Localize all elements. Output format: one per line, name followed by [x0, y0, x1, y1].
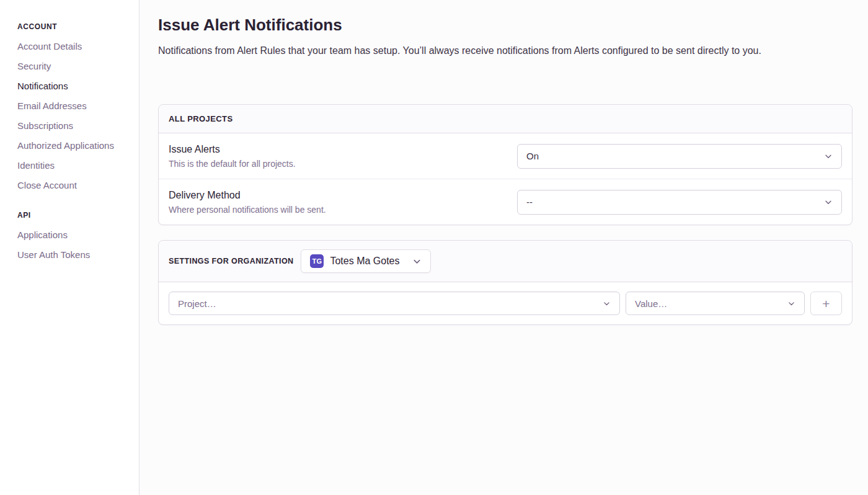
- delivery-method-select-value: --: [526, 197, 533, 207]
- chevron-down-icon: [412, 257, 422, 266]
- sidebar-item-subscriptions[interactable]: Subscriptions: [17, 120, 126, 132]
- page-title: Issue Alert Notifications: [158, 15, 852, 35]
- app-root: Account Account Details Security Notific…: [0, 0, 868, 495]
- sidebar-section-account: Account Account Details Security Notific…: [17, 22, 126, 191]
- organization-panel: Settings for Organization TG Totes Ma Go…: [158, 240, 852, 325]
- delivery-method-select[interactable]: --: [517, 190, 842, 215]
- sidebar-section-api: API Applications User Auth Tokens: [17, 211, 126, 261]
- project-select-placeholder: Project…: [178, 298, 216, 309]
- main-content: Issue Alert Notifications Notifications …: [140, 0, 868, 495]
- sidebar-heading-account: Account: [17, 22, 126, 31]
- issue-alerts-label: Issue Alerts: [169, 143, 296, 155]
- chevron-down-icon: [824, 198, 833, 207]
- project-select[interactable]: Project…: [169, 292, 620, 315]
- sidebar-item-account-details[interactable]: Account Details: [17, 41, 126, 52]
- value-select-placeholder: Value…: [635, 298, 667, 309]
- issue-alerts-row: Issue Alerts This is the default for all…: [159, 133, 852, 179]
- organization-name: Totes Ma Gotes: [330, 256, 405, 267]
- delivery-method-row: Delivery Method Where personal notificat…: [159, 179, 852, 225]
- organization-panel-header-label: Settings for Organization: [169, 257, 293, 265]
- issue-alerts-info: Issue Alerts This is the default for all…: [169, 143, 296, 169]
- sidebar-item-identities[interactable]: Identities: [17, 160, 126, 171]
- sidebar-item-authorized-applications[interactable]: Authorized Applications: [17, 140, 126, 151]
- issue-alerts-select[interactable]: On: [517, 144, 842, 169]
- delivery-method-label: Delivery Method: [169, 189, 326, 201]
- organization-panel-header: Settings for Organization TG Totes Ma Go…: [159, 241, 852, 282]
- page-description: Notifications from Alert Rules that your…: [158, 44, 852, 57]
- sidebar-item-close-account[interactable]: Close Account: [17, 180, 126, 191]
- chevron-down-icon: [787, 300, 795, 308]
- chevron-down-icon: [824, 152, 833, 161]
- issue-alerts-select-value: On: [526, 151, 539, 161]
- settings-sidebar: Account Account Details Security Notific…: [0, 0, 140, 495]
- sidebar-item-applications[interactable]: Applications: [17, 230, 126, 241]
- sidebar-item-security[interactable]: Security: [17, 61, 126, 72]
- sidebar-item-email-addresses[interactable]: Email Addresses: [17, 100, 126, 112]
- organization-selector[interactable]: TG Totes Ma Gotes: [301, 249, 431, 273]
- organization-avatar: TG: [310, 254, 324, 268]
- sidebar-list-account: Account Details Security Notifications E…: [17, 41, 126, 191]
- all-projects-panel: All Projects Issue Alerts This is the de…: [158, 104, 852, 225]
- add-rule-button[interactable]: +: [810, 292, 842, 315]
- issue-alerts-help: This is the default for all projects.: [169, 159, 296, 169]
- value-select[interactable]: Value…: [626, 292, 805, 315]
- delivery-method-info: Delivery Method Where personal notificat…: [169, 189, 326, 215]
- fine-tune-row: Project… Value… +: [159, 282, 852, 324]
- plus-icon: +: [822, 297, 830, 310]
- delivery-method-help: Where personal notifications will be sen…: [169, 205, 326, 215]
- all-projects-panel-header: All Projects: [159, 105, 852, 133]
- sidebar-item-user-auth-tokens[interactable]: User Auth Tokens: [17, 249, 126, 261]
- chevron-down-icon: [603, 300, 611, 308]
- sidebar-heading-api: API: [17, 211, 126, 220]
- sidebar-list-api: Applications User Auth Tokens: [17, 230, 126, 261]
- sidebar-item-notifications[interactable]: Notifications: [17, 81, 126, 92]
